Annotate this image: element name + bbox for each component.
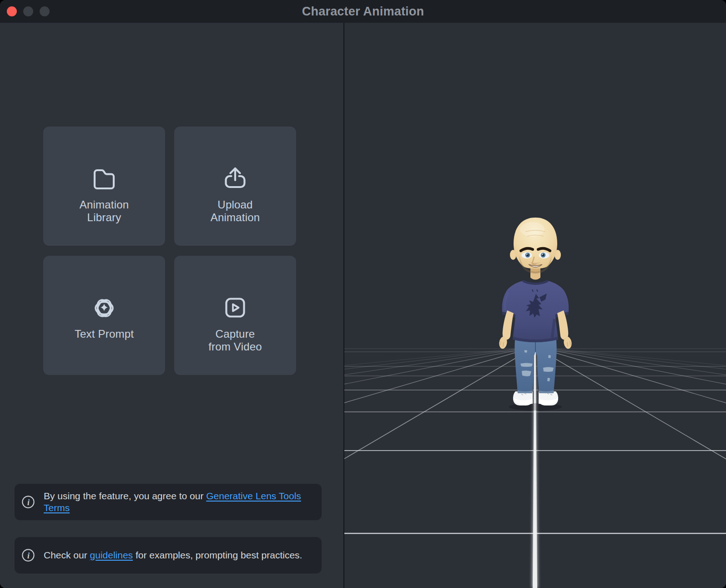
upload-animation-card[interactable]: Upload Animation bbox=[174, 127, 296, 246]
window-title: Character Animation bbox=[302, 5, 424, 19]
card-label: Upload Animation bbox=[211, 198, 260, 224]
card-label: Text Prompt bbox=[75, 328, 134, 340]
card-label: Animation Library bbox=[80, 198, 129, 224]
text-prompt-card[interactable]: Text Prompt bbox=[43, 256, 165, 375]
app-window: Character Animation Animation Library bbox=[0, 0, 726, 588]
window-controls bbox=[7, 6, 50, 16]
info-icon: i bbox=[21, 548, 35, 562]
animation-source-panel: Animation Library Upload Animation bbox=[0, 23, 344, 588]
folder-icon bbox=[90, 164, 119, 193]
capture-from-video-card[interactable]: Capture from Video bbox=[174, 256, 296, 375]
zoom-button[interactable] bbox=[40, 6, 50, 16]
video-play-icon bbox=[221, 293, 250, 322]
guidelines-text-prefix: Check our bbox=[44, 550, 90, 560]
character-avatar bbox=[464, 214, 605, 412]
avatar-shirt bbox=[502, 281, 569, 342]
avatar-jeans bbox=[514, 334, 556, 393]
upload-icon bbox=[221, 164, 250, 193]
card-label: Capture from Video bbox=[208, 328, 262, 353]
terms-notice-text: By using the feature, you agree to our G… bbox=[44, 490, 312, 514]
svg-text:i: i bbox=[27, 498, 30, 507]
guidelines-notice: i Check our guidelines for examples, pro… bbox=[15, 537, 322, 573]
terms-text-prefix: By using the feature, you agree to our bbox=[44, 491, 206, 501]
close-button[interactable] bbox=[7, 6, 17, 16]
guidelines-text-suffix: for examples, prompting best practices. bbox=[133, 550, 302, 560]
title-bar: Character Animation bbox=[0, 0, 726, 23]
svg-text:i: i bbox=[27, 551, 30, 560]
minimize-button[interactable] bbox=[23, 6, 33, 16]
info-icon: i bbox=[21, 495, 35, 509]
main-content: Animation Library Upload Animation bbox=[0, 23, 726, 588]
ai-sparkle-icon bbox=[90, 293, 119, 322]
character-3d-viewport[interactable] bbox=[344, 23, 726, 588]
avatar-head bbox=[510, 218, 561, 274]
terms-notice: i By using the feature, you agree to our… bbox=[15, 484, 322, 520]
animation-library-card[interactable]: Animation Library bbox=[43, 127, 165, 246]
guidelines-notice-text: Check our guidelines for examples, promp… bbox=[44, 549, 302, 561]
guidelines-link[interactable]: guidelines bbox=[90, 550, 133, 560]
source-cards-grid: Animation Library Upload Animation bbox=[43, 127, 296, 375]
